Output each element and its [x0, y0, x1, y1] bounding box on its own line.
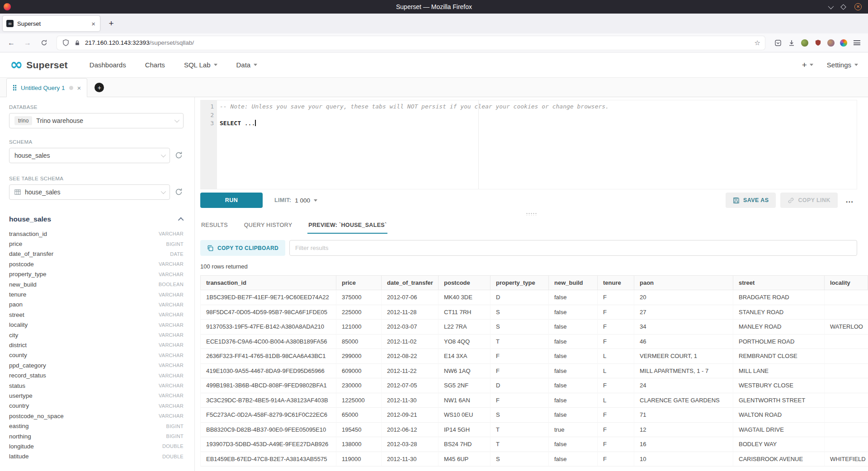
- settings-menu[interactable]: Settings: [827, 61, 858, 69]
- cell-price: 138000: [336, 437, 381, 452]
- browser-tab[interactable]: ∞ Superset ×: [3, 16, 100, 31]
- table-row: 499B1981-3B6B-4BCD-808F-9FED9802BFA1 230…: [200, 378, 868, 393]
- cell-street: MILL LANE: [733, 364, 824, 379]
- cell-new-build: false: [548, 437, 597, 452]
- collapse-chevron-icon[interactable]: [178, 217, 184, 223]
- bookmark-star-icon[interactable]: ☆: [755, 39, 760, 47]
- cell-transaction-id: F5C273AC-0D2A-458F-8279-9C61F0C22EC6: [200, 408, 336, 423]
- table-header-cell[interactable]: locality: [824, 275, 868, 290]
- refresh-schema-icon[interactable]: [175, 151, 184, 160]
- add-query-tab-button[interactable]: +: [94, 83, 104, 92]
- save-as-button[interactable]: SAVE AS: [726, 193, 776, 208]
- cell-postcode: NW6 1AQ: [438, 364, 490, 379]
- table-select[interactable]: house_sales: [9, 184, 170, 200]
- run-button[interactable]: RUN: [200, 193, 263, 208]
- column-name: latitude: [9, 453, 29, 460]
- table-header-cell[interactable]: street: [733, 275, 824, 290]
- table-row: 98F5DC47-0D05-4D59-95B7-98CA6F1FDE05 225…: [200, 305, 868, 320]
- url-bar[interactable]: 217.160.120.143:32393/superset/sqllab/ ☆: [57, 36, 765, 50]
- query-tab-close-icon[interactable]: ×: [77, 84, 81, 92]
- cell-transaction-id: 91370533-19F5-47FE-B142-A380A8ADA210: [200, 320, 336, 334]
- cell-paon: 20: [634, 290, 733, 305]
- extension-icon[interactable]: [801, 39, 808, 47]
- column-name: price: [9, 240, 22, 247]
- table-header-cell[interactable]: property_type: [490, 275, 548, 290]
- back-icon[interactable]: ←: [5, 36, 18, 50]
- nav-sql-lab[interactable]: SQL Lab: [184, 61, 217, 69]
- cell-property-type: F: [490, 393, 548, 408]
- profile-icon[interactable]: [827, 39, 835, 47]
- cell-tenure: F: [597, 408, 634, 423]
- limit-dropdown[interactable]: LIMIT: 1 000: [274, 197, 317, 204]
- column-type: VARCHAR: [159, 322, 184, 328]
- table-schema-header[interactable]: house_sales: [9, 215, 184, 223]
- main-nav: Dashboards Charts SQL Lab Data: [90, 61, 257, 69]
- grip-dots-icon: [526, 212, 538, 216]
- tab-results[interactable]: RESULTS: [200, 218, 229, 234]
- pocket-icon[interactable]: [774, 39, 782, 47]
- drag-handle-icon[interactable]: [13, 85, 17, 91]
- forward-icon[interactable]: →: [21, 36, 34, 50]
- extension-colorful-icon[interactable]: [840, 39, 847, 47]
- cell-paon: 24: [634, 378, 733, 393]
- table-header-cell[interactable]: date_of_transfer: [381, 275, 438, 290]
- pane-resize-handle[interactable]: [195, 211, 868, 217]
- results-header-row: transaction_id price date_of_transfer po…: [200, 275, 868, 290]
- ublock-shield-icon[interactable]: [814, 39, 822, 47]
- schema-select[interactable]: house_sales: [9, 148, 170, 163]
- chevron-down-icon: [161, 189, 166, 194]
- reload-icon[interactable]: [37, 36, 51, 50]
- superset-logo[interactable]: ∞ Superset: [10, 58, 68, 72]
- menu-icon[interactable]: [853, 39, 861, 47]
- refresh-table-icon[interactable]: [175, 188, 184, 197]
- nav-data[interactable]: Data: [236, 61, 258, 69]
- cell-transaction-id: 193907D3-5DBD-453D-A49E-9FEE27DAB926: [200, 437, 336, 452]
- query-tab-active[interactable]: Untitled Query 1 ×: [6, 78, 87, 97]
- table-row: 3C3C29DC-B7B2-4BE5-914A-A38123AF403B 122…: [200, 393, 868, 408]
- cell-tenure: F: [597, 378, 634, 393]
- shield-icon[interactable]: [61, 39, 70, 47]
- tab-preview-house-sales[interactable]: PREVIEW: `HOUSE_SALES`: [307, 218, 387, 234]
- column-type: VARCHAR: [159, 363, 184, 368]
- lock-icon[interactable]: [73, 39, 81, 47]
- table-header-cell[interactable]: tenure: [597, 275, 634, 290]
- database-select[interactable]: trino Trino warehouse: [9, 113, 184, 128]
- tab-close-icon[interactable]: ×: [90, 20, 96, 28]
- nav-dashboards[interactable]: Dashboards: [90, 61, 126, 69]
- cell-street: MANLEY ROAD: [733, 320, 824, 334]
- window-minimize-icon[interactable]: [828, 3, 834, 9]
- column-name: district: [9, 342, 27, 349]
- table-header-cell[interactable]: transaction_id: [200, 275, 336, 290]
- cell-property-type: S: [490, 408, 548, 423]
- cell-date-of-transfer: 2012-11-02: [381, 334, 438, 349]
- table-header-cell[interactable]: postcode: [438, 275, 490, 290]
- cell-tenure: F: [597, 334, 634, 349]
- new-tab-button[interactable]: +: [104, 17, 118, 30]
- table-header-cell[interactable]: paon: [634, 275, 733, 290]
- column-type: BIGINT: [166, 241, 184, 247]
- sql-editor[interactable]: 1 2 3 -- Note: Unless you save your quer…: [200, 100, 857, 189]
- filter-results-input[interactable]: [289, 240, 857, 256]
- window-maximize-icon[interactable]: [840, 4, 846, 10]
- tab-query-history[interactable]: QUERY HISTORY: [243, 218, 293, 234]
- downloads-icon[interactable]: [788, 39, 796, 47]
- cell-postcode: MK40 3DE: [438, 290, 490, 305]
- table-header-cell[interactable]: price: [336, 275, 381, 290]
- window-close-icon[interactable]: ✕: [854, 3, 862, 10]
- table-header-cell[interactable]: new_build: [548, 275, 597, 290]
- url-text[interactable]: 217.160.120.143:32393/superset/sqllab/: [85, 39, 751, 46]
- copy-link-button[interactable]: COPY LINK: [780, 193, 837, 208]
- infinity-logo-icon: ∞: [10, 57, 23, 72]
- nav-charts[interactable]: Charts: [145, 61, 165, 69]
- column-type: VARCHAR: [159, 373, 184, 378]
- column-name: property_type: [9, 271, 47, 278]
- table-schema-label: SEE TABLE SCHEMA: [9, 176, 184, 181]
- more-actions-button[interactable]: ...: [842, 196, 857, 205]
- copy-to-clipboard-button[interactable]: COPY TO CLIPBOARD: [200, 240, 285, 256]
- add-new-button[interactable]: +: [802, 60, 813, 70]
- editor-code-area[interactable]: -- Note: Unless you save your query, the…: [217, 100, 857, 189]
- rows-returned-text: 100 rows returned: [200, 263, 868, 270]
- cell-locality: [824, 378, 868, 393]
- cell-date-of-transfer: 2012-06-12: [381, 423, 438, 438]
- sql-rest: ...: [241, 120, 255, 127]
